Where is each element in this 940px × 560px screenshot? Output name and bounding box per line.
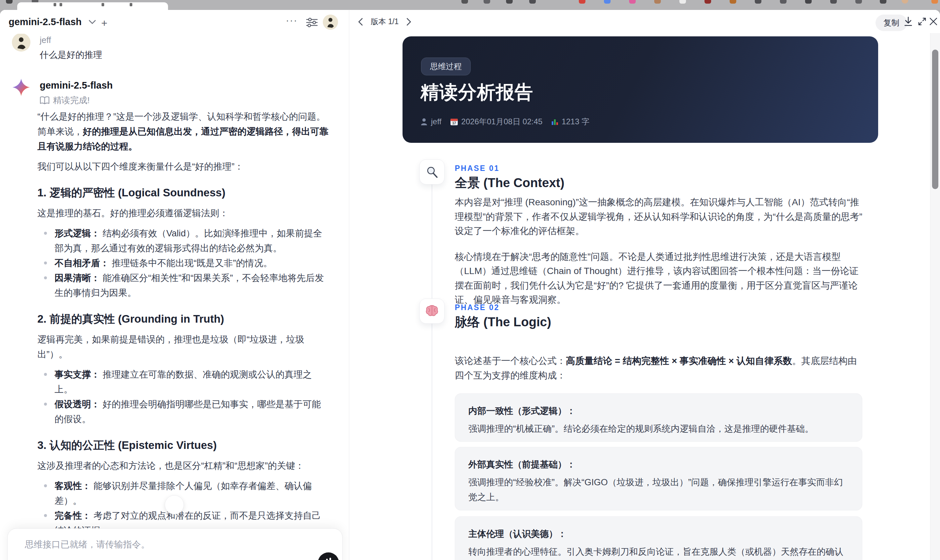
user-message: 什么是好的推理 xyxy=(40,49,102,61)
browser-extension-icon[interactable] xyxy=(830,0,837,4)
bullet-list: 事实支撑： 推理建立在可靠的数据、准确的观测或公认的真理之上。 假设透明： 好的… xyxy=(37,367,330,426)
browser-extension-icon[interactable] xyxy=(484,0,490,4)
phase-2-lead: 该论述基于一个核心公式：高质量结论 = 结构完整性 × 事实准确性 × 认知自律… xyxy=(455,354,864,394)
report-wordcount: 1213 字 xyxy=(551,116,589,127)
list-item: 形式逻辑： 结构必须有效（Valid）。比如演绎推理中，如果前提全部为真，那么通… xyxy=(37,226,330,255)
chat-header: gemini-2.5-flash + ··· xyxy=(0,10,349,34)
chevron-down-icon[interactable] xyxy=(89,20,96,25)
list-item: 因果清晰： 能准确区分“相关性”和“因果关系”，不会轻率地将先后发生的事情归为因… xyxy=(37,271,330,300)
list-item: 事实支撑： 推理建立在可靠的数据、准确的观测或公认的真理之上。 xyxy=(37,367,330,397)
prev-version-button[interactable] xyxy=(356,17,365,27)
artifact-panel: 版本 1/1 复制 思维过程 精读分析报告 jeff 17 xyxy=(350,10,940,560)
person-icon xyxy=(421,118,428,126)
close-panel-button[interactable] xyxy=(928,16,939,27)
browser-extension-icon[interactable] xyxy=(579,0,586,4)
chat-panel: gemini-2.5-flash + ··· jeff 什么是好的推理 xyxy=(0,10,349,560)
phase-2-icon-card xyxy=(419,298,445,324)
close-icon xyxy=(929,17,938,26)
scrollbar-track[interactable] xyxy=(930,33,940,560)
browser-extension-icon[interactable] xyxy=(780,0,786,4)
browser-extension-icon[interactable] xyxy=(730,0,736,4)
browser-extension-icon[interactable] xyxy=(680,0,686,4)
browser-extension-icon[interactable] xyxy=(755,0,761,4)
brain-icon xyxy=(425,305,439,317)
assistant-message-body: “什么是好的推理？”这是一个涉及逻辑学、认知科学和哲学核心的问题。简单来说，好的… xyxy=(37,109,330,539)
conversation-title[interactable]: gemini-2.5-flash xyxy=(9,17,82,28)
browser-extension-icon[interactable] xyxy=(855,0,862,4)
report-meta: jeff 17 2026年01月08日 02:45 1213 字 xyxy=(421,116,589,127)
browser-extension-icon[interactable] xyxy=(880,0,886,4)
paragraph: 我们可以从以下四个维度来衡量什么是“好的推理”： xyxy=(37,159,330,174)
voice-input-button[interactable] xyxy=(318,552,339,560)
report-author: jeff xyxy=(421,117,442,126)
new-chat-button[interactable]: + xyxy=(101,17,108,29)
logic-card-text: 转向推理者的心理特征。引入奥卡姆剃刀和反向论证，旨在克服人类（或机器）天然存在的… xyxy=(468,545,849,560)
logic-card-text: 强调推理的“经验校准”。解决“GIGO（垃圾进，垃圾出）”问题，确保推理引擎运行… xyxy=(468,475,849,505)
assistant-model-name: gemini-2.5-flash xyxy=(40,80,113,91)
phase-1-kicker: PHASE 01 xyxy=(455,164,499,173)
settings-sliders-icon[interactable] xyxy=(306,17,318,28)
logic-card-title: 外部真实性（前提基础）： xyxy=(468,458,849,471)
scrollbar-thumb[interactable] xyxy=(932,49,938,189)
logic-card-text: 强调推理的“机械正确”。结论必须在给定的规则系统内逻辑自洽，这是推理的硬件基础。 xyxy=(468,422,849,436)
browser-profile-avatar[interactable] xyxy=(901,0,908,4)
browser-active-tab[interactable] xyxy=(17,2,168,10)
section-lead: 这涉及推理者的心态和方法论，也是区分“杠精”和“思想家”的关键： xyxy=(37,458,330,473)
arrow-down-icon xyxy=(170,500,179,510)
bar-chart-icon xyxy=(551,118,558,125)
scroll-to-bottom-button[interactable] xyxy=(165,495,184,514)
version-label: 版本 1/1 xyxy=(371,17,399,27)
list-item: 不自相矛盾： 推理链条中不能出现“既是又非”的情况。 xyxy=(37,255,330,271)
browser-extension-icon[interactable] xyxy=(506,0,513,4)
browser-extension-icon[interactable] xyxy=(629,0,636,4)
section-heading: 3. 认知的公正性 (Epistemic Virtues) xyxy=(37,438,330,452)
report-hero-card: 思维过程 精读分析报告 jeff 17 2026年01月08日 02:45 12… xyxy=(402,36,878,143)
download-button[interactable] xyxy=(903,16,914,27)
list-item: 假设透明： 好的推理会明确指明哪些是已知事实，哪些是基于可能的假设。 xyxy=(37,397,330,426)
phase-1-icon-card xyxy=(419,159,445,185)
version-navigator: 版本 1/1 xyxy=(356,17,414,27)
download-icon xyxy=(904,17,913,26)
logic-card-title: 内部一致性（形式逻辑）： xyxy=(468,405,849,417)
report-title: 精读分析报告 xyxy=(421,80,533,105)
paragraph: 该论述基于一个核心公式：高质量结论 = 结构完整性 × 事实准确性 × 认知自律… xyxy=(455,354,864,383)
fullscreen-button[interactable] xyxy=(917,16,928,27)
browser-icon-fragment xyxy=(931,0,938,4)
report-type-badge: 思维过程 xyxy=(421,57,471,75)
section-heading: 1. 逻辑的严密性 (Logical Soundness) xyxy=(37,186,330,200)
chat-input-card xyxy=(7,528,343,560)
paragraph: 核心情境在于解决“思考的随意性”问题。不论是人类通过批判性思维进行决策，还是大语… xyxy=(455,249,864,307)
browser-extension-icon[interactable] xyxy=(529,0,536,4)
app-window: gemini-2.5-flash + ··· jeff 什么是好的推理 xyxy=(0,10,940,560)
browser-extension-icon[interactable] xyxy=(704,0,711,4)
user-avatar xyxy=(12,33,31,52)
browser-extension-icon[interactable] xyxy=(604,0,610,4)
browser-extension-icon[interactable] xyxy=(654,0,661,4)
report-datetime: 17 2026年01月08日 02:45 xyxy=(450,116,543,127)
book-icon xyxy=(40,96,49,105)
browser-extension-icon[interactable] xyxy=(805,0,812,4)
paragraph: “什么是好的推理？”这是一个涉及逻辑学、认知科学和哲学核心的问题。简单来说，好的… xyxy=(37,109,330,154)
browser-extension-icon[interactable] xyxy=(461,0,468,4)
phase-timeline xyxy=(431,185,432,560)
user-avatar[interactable] xyxy=(323,15,338,30)
section-lead: 逻辑再完美，如果前提是错误的，推理也是垃圾（即“垃圾进，垃圾出”）。 xyxy=(37,332,330,362)
browser-chrome-strip xyxy=(0,0,940,10)
logic-card-3: 主体伦理（认识美德）： 转向推理者的心理特征。引入奥卡姆剃刀和反向论证，旨在克服… xyxy=(455,516,862,560)
phase-2-kicker: PHASE 02 xyxy=(455,303,499,312)
logic-card-title: 主体伦理（认识美德）： xyxy=(468,528,849,540)
phase-1-body: 本内容是对“推理 (Reasoning)”这一抽象概念的高层建模。在知识爆炸与人… xyxy=(455,195,864,318)
bullet-list: 形式逻辑： 结构必须有效（Valid）。比如演绎推理中，如果前提全部为真，那么通… xyxy=(37,226,330,300)
chat-input[interactable] xyxy=(25,537,296,552)
calendar-icon: 17 xyxy=(450,118,458,126)
svg-text:17: 17 xyxy=(452,122,456,125)
expand-icon xyxy=(917,17,927,26)
assistant-status: 精读完成! xyxy=(40,95,89,106)
logic-card-1: 内部一致性（形式逻辑）： 强调推理的“机械正确”。结论必须在给定的规则系统内逻辑… xyxy=(455,393,862,442)
next-version-button[interactable] xyxy=(404,17,414,27)
logic-card-2: 外部真实性（前提基础）： 强调推理的“经验校准”。解决“GIGO（垃圾进，垃圾出… xyxy=(455,447,862,511)
paragraph: 本内容是对“推理 (Reasoning)”这一抽象概念的高层建模。在知识爆炸与人… xyxy=(455,195,864,238)
phase-1-title: 全景 (The Context) xyxy=(455,175,564,191)
gemini-logo-icon xyxy=(12,78,31,97)
more-options-icon[interactable]: ··· xyxy=(286,15,298,26)
